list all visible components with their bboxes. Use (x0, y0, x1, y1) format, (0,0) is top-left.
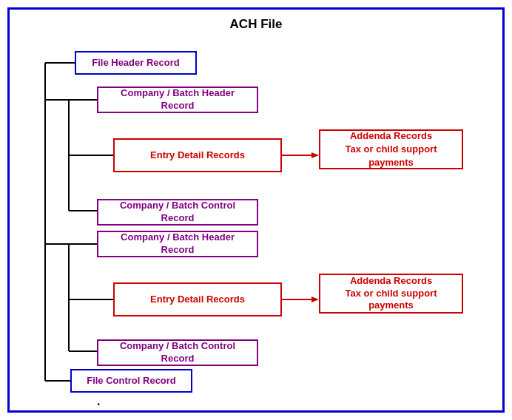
diagram-title: ACH File (17, 17, 495, 32)
addenda-2-box: Addenda Records Tax or child support pay… (319, 274, 463, 314)
batch-header-2-box: Company / Batch Header Record (97, 231, 258, 257)
outer-container: ACH File (7, 7, 505, 413)
addenda-1-box: Addenda Records Tax or child support pay… (319, 129, 463, 169)
file-header-box: File Header Record (75, 51, 197, 75)
svg-marker-16 (311, 297, 319, 302)
file-control-box: File Control Record (70, 369, 192, 393)
batch-control-1-box: Company / Batch Control Record (97, 199, 258, 226)
svg-marker-9 (311, 152, 319, 158)
batch-control-2-box: Company / Batch Control Record (97, 339, 258, 366)
batch-header-1-box: Company / Batch Header Record (97, 87, 258, 113)
diagram: File Header Record Company / Batch Heade… (17, 41, 495, 404)
entry-detail-1-box: Entry Detail Records (113, 138, 282, 172)
entry-detail-2-box: Entry Detail Records (113, 282, 282, 316)
